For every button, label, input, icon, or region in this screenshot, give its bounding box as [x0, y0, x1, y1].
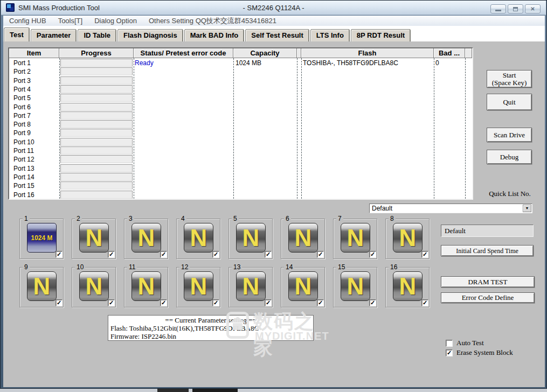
smi-mass-production-tool-window: SMI Mass Production Tool - SM2246 Q1124A…	[0, 0, 547, 392]
tab-flash-diagnosis[interactable]: Flash Diagnosis	[117, 29, 183, 41]
no-card-icon[interactable]: N	[131, 271, 161, 301]
no-card-icon[interactable]: N	[393, 223, 423, 253]
no-card-icon[interactable]: N	[236, 223, 266, 253]
table-row[interactable]: Port 11	[9, 146, 472, 155]
table-row[interactable]: Port 12	[9, 155, 472, 164]
tab-self-test-result[interactable]: Self Test Result	[245, 29, 309, 41]
no-card-icon[interactable]: N	[184, 223, 213, 253]
slot-enable-checkbox[interactable]: ✓	[369, 251, 376, 258]
no-card-icon[interactable]: N	[393, 271, 423, 301]
quit-button[interactable]: Quit	[487, 94, 532, 110]
table-row[interactable]: Port 9	[9, 128, 472, 137]
table-row[interactable]: Port 16	[9, 190, 472, 199]
no-card-icon[interactable]: N	[288, 271, 318, 301]
column-header[interactable]: Progress	[59, 48, 134, 58]
column-header[interactable]: Item	[9, 48, 59, 58]
menu-item[interactable]: Config HUB	[3, 17, 52, 25]
no-card-icon[interactable]: N	[79, 223, 109, 253]
port-label: Port 2	[13, 68, 31, 75]
slot-enable-checkbox[interactable]: ✓	[108, 299, 115, 306]
table-row[interactable]: Port 3	[9, 76, 472, 85]
slot-enable-checkbox[interactable]: ✓	[369, 299, 376, 306]
tab-8p-rdt-result[interactable]: 8P RDT Result	[351, 29, 411, 41]
slot-enable-checkbox[interactable]: ✓	[421, 251, 428, 258]
parameter-flash-line: Flash: Toshiba,512Gbit(16K),TH58TFG9DFLB…	[110, 324, 311, 332]
slot-enable-checkbox[interactable]: ✓	[421, 299, 428, 306]
error-code-define-button[interactable]: Error Code Define	[441, 292, 535, 303]
auto-test-checkbox[interactable]	[446, 340, 453, 347]
port-label: Port 14	[13, 173, 34, 181]
menu-item[interactable]: Dialog Option	[88, 17, 143, 25]
slot-enable-checkbox[interactable]: ✓	[265, 251, 272, 258]
no-card-icon[interactable]: N	[131, 223, 161, 253]
window-subtitle: - SM2246 Q1124A -	[1, 4, 546, 12]
tabs: TestParameterID TableFlash DiagnosisMark…	[4, 27, 412, 41]
tab-mark-bad-info[interactable]: Mark BAD Info	[184, 29, 245, 41]
close-button[interactable]: ✕	[525, 4, 541, 13]
port-label: Port 16	[13, 191, 34, 199]
slot-enable-checkbox[interactable]: ✓	[317, 251, 324, 258]
card-slot-10: 10N✓	[72, 267, 116, 307]
maximize-button[interactable]	[508, 4, 523, 13]
no-card-icon[interactable]: N	[236, 271, 266, 301]
tab-id-table[interactable]: ID Table	[78, 29, 116, 41]
dram-test-button[interactable]: DRAM TEST	[441, 276, 535, 288]
progress-bar	[60, 129, 133, 137]
table-row[interactable]: Port 2	[9, 67, 472, 76]
no-card-icon[interactable]: N	[341, 223, 370, 253]
table-row[interactable]: Port 13	[9, 164, 472, 173]
slot-enable-checkbox[interactable]: ✓	[108, 251, 115, 258]
card-slot-14: 14N✓	[281, 267, 325, 307]
table-row[interactable]: Port 10	[9, 137, 472, 146]
slot-enable-checkbox[interactable]: ✓	[212, 299, 219, 306]
table-row[interactable]: Port 5	[9, 93, 472, 102]
table-row[interactable]: Port 15	[9, 181, 472, 190]
column-header[interactable]: Bad ...	[434, 48, 465, 58]
table-row[interactable]: Port 7	[9, 111, 472, 120]
menu-item[interactable]: Tools[T]	[52, 17, 89, 25]
column-header[interactable]: Status/ Pretest error code	[134, 48, 233, 58]
table-row[interactable]: Port 14	[9, 172, 472, 181]
debug-button[interactable]: Debug	[487, 150, 532, 164]
tab-parameter[interactable]: Parameter	[31, 29, 77, 41]
start-button-sublabel: (Space Key)	[492, 79, 527, 87]
auto-test-option[interactable]: Auto Test	[446, 339, 484, 347]
table-row[interactable]: Port 1Ready1024 MBTOSHIBA-, TH58TFG9DFLB…	[9, 58, 472, 67]
slot-enable-checkbox[interactable]: ✓	[56, 299, 63, 306]
column-header[interactable]: Flash	[301, 48, 434, 58]
card-slot-3: 3N✓	[124, 219, 168, 259]
no-card-icon[interactable]: N	[27, 271, 57, 301]
dropdown-arrow-icon[interactable]: ▼	[523, 205, 531, 212]
slot-number: 14	[284, 263, 294, 271]
no-card-icon[interactable]: N	[184, 271, 213, 301]
no-card-icon[interactable]: N	[79, 271, 109, 301]
slot-enable-checkbox[interactable]: ✓	[160, 251, 167, 258]
table-row[interactable]: Port 8	[9, 120, 472, 129]
no-card-icon[interactable]: N	[288, 223, 318, 253]
erase-system-block-option[interactable]: ✓ Erase System Block	[446, 348, 513, 357]
slot-enable-checkbox[interactable]: ✓	[265, 299, 272, 306]
tab-lts-info[interactable]: LTS Info	[310, 29, 350, 41]
slot-enable-checkbox[interactable]: ✓	[56, 251, 63, 258]
slot-enable-checkbox[interactable]: ✓	[212, 251, 219, 258]
scan-drive-button[interactable]: Scan Drive	[487, 128, 532, 142]
menu-item[interactable]: Others Setting QQ技术交流群453416821	[143, 16, 282, 26]
title-bar[interactable]: SMI Mass Production Tool - SM2246 Q1124A…	[1, 1, 546, 15]
erase-system-block-checkbox[interactable]: ✓	[446, 349, 453, 356]
slot-enable-checkbox[interactable]: ✓	[317, 299, 324, 306]
minimize-button[interactable]	[490, 4, 506, 13]
slot-enable-checkbox[interactable]: ✓	[160, 299, 167, 306]
table-row[interactable]: Port 4	[9, 85, 472, 94]
start-button[interactable]: Start (Space Key)	[487, 70, 532, 88]
initial-card-spend-time-button[interactable]: Initial Card Spend Time	[441, 245, 534, 256]
flash-card-icon[interactable]: 1024 M	[27, 223, 57, 253]
quick-list-name-field[interactable]: Default	[441, 225, 534, 237]
no-card-icon[interactable]: N	[341, 271, 370, 301]
table-row[interactable]: Port 6	[9, 102, 472, 111]
port-status-table[interactable]: ItemProgressStatus/ Pretest error codeCa…	[8, 47, 473, 200]
column-header[interactable]	[297, 48, 301, 58]
column-header[interactable]	[465, 48, 472, 58]
quick-list-dropdown[interactable]: Default ▼	[369, 204, 532, 213]
column-header[interactable]: Capacity	[233, 48, 297, 58]
tab-test[interactable]: Test	[4, 27, 30, 41]
